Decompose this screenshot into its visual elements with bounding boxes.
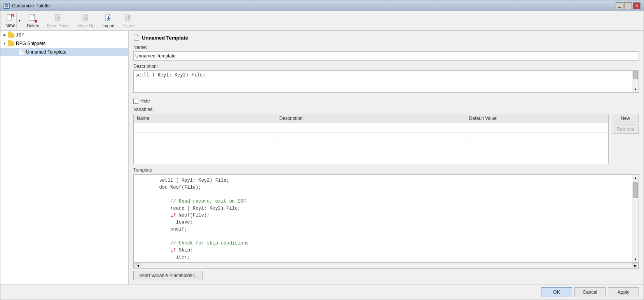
variables-label: Variables:: [133, 107, 639, 112]
template-editor-wrapper: setll ( Key1: Key2) File; dou %eof(File)…: [133, 174, 639, 263]
scroll-thumb[interactable]: [633, 182, 638, 198]
col-header-default: Default Value: [466, 114, 608, 123]
move-down-label: Move Down: [47, 23, 70, 28]
template-code-content: setll ( Key1: Key2) File; dou %eof(File)…: [134, 175, 632, 262]
var-row-empty-1: [134, 123, 608, 133]
hide-section: Hide: [133, 98, 639, 104]
toolbar: ★ New ▼ Delete: [0, 11, 644, 31]
variables-buttons: New Remove: [612, 114, 639, 164]
window-title: Customize Palette: [12, 3, 616, 9]
delete-icon: [29, 14, 37, 23]
name-section: Name:: [133, 45, 639, 61]
var-row-empty-2: [134, 133, 608, 142]
description-section: Description: setll ( Key1: Key2) File; ▼: [133, 64, 639, 93]
var-row-empty-3: [134, 142, 608, 152]
var-cell-default-3[interactable]: [466, 142, 608, 152]
tree-label-rpg: RPG Snippets: [16, 41, 45, 46]
description-scrollbar: ▼: [632, 71, 639, 92]
col-header-name: Name: [134, 114, 276, 123]
hide-label: Hide: [140, 98, 150, 104]
delete-button[interactable]: Delete: [23, 13, 43, 29]
variables-area: Name Description Default Value: [133, 114, 639, 164]
move-up-label: Move Up: [77, 23, 94, 28]
new-button[interactable]: ★ New: [4, 13, 16, 29]
bottom-bar: OK Cancel Apply: [0, 284, 644, 300]
move-up-icon: [82, 14, 90, 23]
customize-palette-window: Customize Palette _ □ ✕ ★ New: [0, 0, 644, 300]
new-dropdown-arrow[interactable]: ▼: [16, 13, 22, 29]
description-label: Description:: [133, 64, 639, 69]
title-bar: Customize Palette _ □ ✕: [0, 0, 644, 11]
scroll-down-btn[interactable]: ▼: [632, 256, 639, 262]
apply-button[interactable]: Apply: [608, 287, 639, 297]
import-button[interactable]: Import: [99, 13, 118, 29]
tree-arrow-rpg[interactable]: ▼: [2, 41, 7, 46]
left-panel: ▶ JSP ▼ RPG Snippets ▶ Unname: [0, 31, 129, 284]
svg-text:★: ★: [11, 14, 14, 17]
scroll-up-btn[interactable]: ▲: [632, 175, 639, 181]
template-hscrollbar[interactable]: ◀ ▶: [133, 263, 639, 269]
svg-rect-2: [5, 6, 8, 6]
var-cell-name-2[interactable]: [134, 133, 276, 142]
insert-placeholder-button[interactable]: Insert Variable Placeholder...: [133, 271, 203, 280]
hide-checkbox[interactable]: [133, 99, 138, 104]
new-button-wrapper[interactable]: ★ New ▼: [3, 13, 23, 29]
template-header-title: Unnamed Template: [142, 35, 188, 41]
template-label: Template:: [133, 167, 639, 173]
export-label: Export: [122, 23, 135, 28]
svg-rect-3: [5, 7, 7, 7]
template-header-icon: [133, 35, 140, 41]
description-content[interactable]: setll ( Key1: Key2) File;: [134, 71, 632, 79]
unnamed-snippet-icon: [18, 49, 24, 55]
var-cell-desc-3[interactable]: [276, 142, 466, 152]
var-cell-name-1[interactable]: [134, 123, 276, 133]
close-button[interactable]: ✕: [633, 2, 641, 9]
description-scrollbar-thumb[interactable]: [633, 71, 638, 79]
window-controls: _ □ ✕: [616, 2, 641, 9]
var-cell-desc-2[interactable]: [276, 133, 466, 142]
tree-label-unnamed: Unnamed Template: [26, 49, 66, 55]
new-variable-button[interactable]: New: [612, 114, 639, 123]
export-button[interactable]: Export: [119, 13, 138, 29]
scroll-left-btn[interactable]: ◀: [134, 263, 141, 268]
variables-section: Variables: Name Description Default Valu…: [133, 107, 639, 164]
name-input[interactable]: [133, 51, 639, 61]
import-label: Import: [102, 23, 114, 28]
tree-item-unnamed-template[interactable]: ▶ Unnamed Template: [0, 48, 128, 56]
scroll-right-btn[interactable]: ▶: [632, 263, 639, 268]
minimize-button[interactable]: _: [616, 2, 623, 9]
tree-arrow-jsp[interactable]: ▶: [2, 32, 7, 38]
template-vscrollbar[interactable]: ▲ ▼: [632, 175, 639, 262]
col-header-desc: Description: [276, 114, 466, 123]
tree-item-jsp[interactable]: ▶ JSP: [0, 31, 128, 39]
template-header: Unnamed Template: [133, 35, 639, 41]
right-panel: Unnamed Template Name: Description: setl…: [129, 31, 644, 284]
export-icon: [124, 14, 133, 23]
var-cell-name-3[interactable]: [134, 142, 276, 152]
variables-table: Name Description Default Value: [134, 114, 608, 152]
svg-rect-1: [5, 5, 8, 5]
name-label: Name:: [133, 45, 639, 50]
main-content: ▶ JSP ▼ RPG Snippets ▶ Unname: [0, 31, 644, 284]
ok-button[interactable]: OK: [541, 287, 572, 297]
remove-variable-button[interactable]: Remove: [612, 125, 639, 134]
maximize-button[interactable]: □: [624, 2, 632, 9]
new-icon: ★: [6, 14, 14, 22]
description-scroll-down[interactable]: ▼: [632, 86, 639, 92]
cancel-button[interactable]: Cancel: [574, 287, 606, 297]
delete-label: Delete: [27, 23, 39, 28]
var-cell-desc-1[interactable]: [276, 123, 466, 133]
move-down-button[interactable]: Move Down: [44, 13, 73, 29]
tree-item-rpg-snippets[interactable]: ▼ RPG Snippets: [0, 39, 128, 48]
move-up-button[interactable]: Move Up: [74, 13, 98, 29]
var-cell-default-2[interactable]: [466, 133, 608, 142]
rpg-folder-icon: [8, 40, 14, 47]
tree-label-jsp: JSP: [16, 32, 24, 38]
var-cell-default-1[interactable]: [466, 123, 608, 133]
jsp-folder-icon: [8, 32, 14, 38]
import-icon: [104, 14, 113, 23]
template-section: Template: setll ( Key1: Key2) File; dou …: [133, 167, 639, 280]
template-code-area[interactable]: setll ( Key1: Key2) File; dou %eof(File)…: [134, 175, 632, 262]
new-label: New: [5, 23, 15, 28]
window-icon: [3, 3, 10, 9]
